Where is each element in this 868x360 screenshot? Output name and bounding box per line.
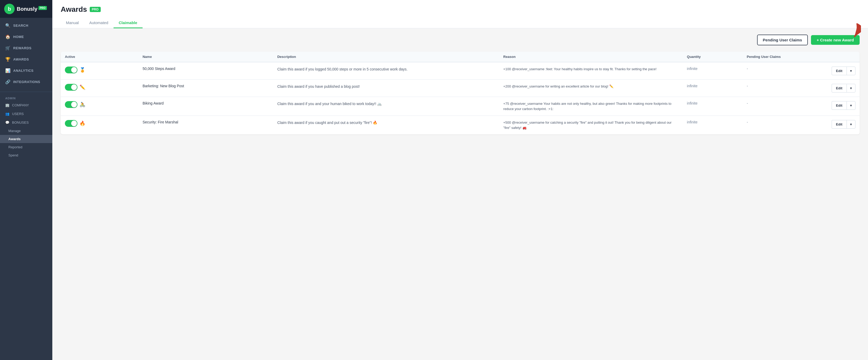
main-content: Awards PRO Manual Automated Claimable Pe… [52,0,868,360]
search-icon: 🔍 [5,23,11,28]
header-pro-badge: PRO [90,7,101,12]
sidebar: b BonuslyPRO 🔍 SEARCH 🏠 HOME 🛒 REWARDS 🏆… [0,0,52,360]
nav-item-rewards[interactable]: 🛒 REWARDS [0,43,52,54]
logo-area: b BonuslyPRO [0,0,52,18]
desc-cell: Claim this award if you logged 50,000 st… [273,62,499,80]
actions-cell: Edit ▼ [828,116,860,135]
sidebar-item-company[interactable]: 🏢 COMPANY [0,101,52,110]
edit-dropdown-button[interactable]: ▼ [846,66,856,75]
logo-icon: b [4,4,14,14]
col-header-quantity: Quantity [683,52,743,62]
col-header-name: Name [138,52,273,62]
company-icon: 🏢 [5,103,9,107]
create-award-container: + Create new Award [811,35,860,45]
active-cell: ✏️ [61,80,138,97]
active-cell: 🔥 [61,116,138,135]
active-cell: 🏅 [61,62,138,80]
pending-claims-cell: - [743,116,828,135]
award-row-icon: ✏️ [80,84,85,90]
table-row: 🚴 Biking Award Claim this award if you a… [61,97,860,116]
table-header: Active Name Description Reason Quantity … [61,52,860,62]
edit-button[interactable]: Edit [832,120,847,129]
active-toggle[interactable] [65,66,78,73]
award-row-icon: 🔥 [80,120,85,126]
nav-item-integrations[interactable]: 🔗 INTEGRATIONS [0,76,52,87]
create-award-button[interactable]: + Create new Award [811,35,860,45]
awards-icon: 🏆 [5,57,11,62]
edit-btn-group: Edit ▼ [832,66,856,75]
active-toggle[interactable] [65,101,78,108]
users-icon: 👥 [5,112,9,116]
bonuses-icon: 💬 [5,120,9,124]
actions-row: Pending User Claims + Create new Award [61,35,860,45]
col-header-pending-claims: Pending User Claims [743,52,828,62]
reason-cell: +75 @receiver_username Your habits are n… [499,97,683,116]
pending-claims-button[interactable]: Pending User Claims [757,35,808,45]
desc-cell: Claim this award if you have published a… [273,80,499,97]
reason-cell: +200 @receiver_username for writing an e… [499,80,683,97]
actions-cell: Edit ▼ [828,62,860,80]
edit-dropdown-button[interactable]: ▼ [846,84,856,92]
name-cell: Biking Award [138,97,273,116]
edit-btn-group: Edit ▼ [832,101,856,110]
quantity-cell: infinite [683,116,743,135]
edit-dropdown-button[interactable]: ▼ [846,120,856,129]
main-nav: 🔍 SEARCH 🏠 HOME 🛒 REWARDS 🏆 AWARDS 📊 ANA… [0,18,52,90]
nav-item-home[interactable]: 🏠 HOME [0,31,52,43]
edit-dropdown-button[interactable]: ▼ [846,101,856,110]
col-header-reason: Reason [499,52,683,62]
home-icon: 🏠 [5,34,11,39]
table-row: 🏅 50,000 Steps Award Claim this award if… [61,62,860,80]
content-area: Pending User Claims + Create new Award [52,28,868,360]
col-header-actions [828,52,860,62]
sidebar-item-users[interactable]: 👥 USERS [0,110,52,118]
pending-claims-cell: - [743,80,828,97]
nav-item-search[interactable]: 🔍 SEARCH [0,20,52,31]
admin-section-label: ADMIN [0,94,52,101]
page-title-row: Awards PRO [61,5,860,13]
tab-automated[interactable]: Automated [84,18,114,28]
edit-button[interactable]: Edit [832,66,847,75]
desc-cell: Claim this award if you and your human b… [273,97,499,116]
table-row: 🔥 Security: Fire Marshal Claim this awar… [61,116,860,135]
quantity-cell: infinite [683,62,743,80]
sidebar-item-awards-sub[interactable]: Awards [0,135,52,143]
active-cell: 🚴 [61,97,138,116]
active-toggle[interactable] [65,120,78,127]
sidebar-item-spend[interactable]: Spend [0,151,52,159]
analytics-icon: 📊 [5,68,11,73]
reason-cell: +500 @receiver_username for catching a s… [499,116,683,135]
desc-cell: Claim this award if you caught and put o… [273,116,499,135]
tabs-row: Manual Automated Claimable [61,18,860,28]
edit-button[interactable]: Edit [832,101,847,110]
integrations-icon: 🔗 [5,79,11,84]
name-cell: Barketing: New Blog Post [138,80,273,97]
quantity-cell: infinite [683,80,743,97]
sidebar-item-bonuses[interactable]: 💬 BONUSES [0,118,52,127]
award-row-icon: 🏅 [80,67,85,73]
logo-text: BonuslyPRO [17,6,47,12]
sidebar-manage-label: Manage [0,127,52,135]
edit-btn-group: Edit ▼ [832,120,856,129]
pending-claims-cell: - [743,97,828,116]
rewards-icon: 🛒 [5,46,11,51]
edit-btn-group: Edit ▼ [832,84,856,92]
tab-manual[interactable]: Manual [61,18,84,28]
table-body: 🏅 50,000 Steps Award Claim this award if… [61,62,860,134]
tab-claimable[interactable]: Claimable [114,18,143,28]
pending-claims-cell: - [743,62,828,80]
active-toggle[interactable] [65,84,78,91]
reason-cell: +100 @receiver_username :feet: Your heal… [499,62,683,80]
col-header-active: Active [61,52,138,62]
edit-button[interactable]: Edit [832,84,847,92]
nav-item-awards[interactable]: 🏆 AWARDS [0,54,52,65]
award-row-icon: 🚴 [80,102,85,107]
nav-item-analytics[interactable]: 📊 ANALYTICS [0,65,52,76]
name-cell: 50,000 Steps Award [138,62,273,80]
actions-cell: Edit ▼ [828,97,860,116]
actions-cell: Edit ▼ [828,80,860,97]
name-cell: Security: Fire Marshal [138,116,273,135]
page-header: Awards PRO Manual Automated Claimable [52,0,868,28]
sidebar-item-reported[interactable]: Reported [0,143,52,151]
table-row: ✏️ Barketing: New Blog Post Claim this a… [61,80,860,97]
